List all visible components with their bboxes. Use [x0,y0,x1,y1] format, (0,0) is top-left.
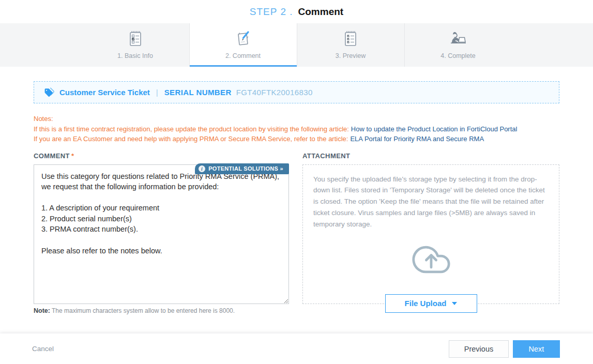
edit-page-pencil-icon [234,28,252,49]
required-asterisk: * [71,152,74,160]
comment-note-text: The maximum characters system allow to b… [52,307,235,314]
attachment-column: ATTACHMENT You specify the uploaded file… [302,152,559,314]
step-tab-complete[interactable]: 4. Complete [404,23,512,67]
comment-textarea[interactable]: Use this category for questions related … [34,164,289,304]
chevron-down-icon [452,302,457,305]
file-upload-label: File Upload [405,299,447,308]
step-label: 2. Comment [225,52,261,59]
ticket-banner: Customer Service Ticket | SERIAL NUMBER … [34,81,559,103]
attachment-dropzone[interactable]: You specify the uploaded file's storage … [302,164,559,304]
next-button[interactable]: Next [513,340,560,358]
serial-number-value: FGT40FTK20016830 [236,88,313,97]
page-title: STEP 2 . Comment [0,0,593,23]
notes-line-1-text: If this is a first time contract registr… [34,125,349,133]
comment-field-label: COMMENT* [34,152,289,160]
step-tab-preview[interactable]: 3. Preview [297,23,404,67]
step-label: 4. Complete [440,52,475,59]
banner-separator: | [155,88,160,97]
step-label: 3. Preview [336,52,366,59]
tags-icon [43,87,55,98]
step-label: 1. Basic Info [117,52,153,59]
potential-solutions-button[interactable]: i POTENTIAL SOLUTIONS » [195,163,289,174]
ticket-type-label: Customer Service Ticket [59,88,150,97]
step-tab-basic-info[interactable]: 1. Basic Info [82,23,189,67]
ela-portal-article-link[interactable]: ELA Portal for Priority RMA and Secure R… [350,135,484,143]
wizard-footer: Cancel Previous Next [0,333,593,364]
comment-note-label: Note: [34,307,50,314]
notes-heading: Notes: [34,114,559,124]
serial-number-label: SERIAL NUMBER [164,88,232,97]
main-content: Customer Service Ticket | SERIAL NUMBER … [0,81,593,314]
notes-line-1: If this is a first time contract registr… [34,124,559,134]
previous-button[interactable]: Previous [449,340,509,358]
step-tab-comment[interactable]: 2. Comment [189,23,297,67]
notes-line-2: If you are an EA Customer and need help … [34,134,559,144]
checked-list-notepad-icon [343,28,358,49]
potential-solutions-label: POTENTIAL SOLUTIONS » [208,165,283,172]
info-icon: i [199,165,205,172]
notes-section: Notes: If this is a first time contract … [34,114,559,144]
comment-note: Note:The maximum characters system allow… [34,307,289,314]
attachment-field-label: ATTACHMENT [302,152,559,160]
attachment-description: You specify the uploaded file's storage … [313,174,549,230]
checklist-notepad-icon [128,28,143,49]
person-at-laptop-icon [448,28,468,49]
step-number-label: STEP 2 . [250,6,293,18]
cancel-button[interactable]: Cancel [32,345,54,353]
product-location-article-link[interactable]: How to update the Product Location in Fo… [351,125,518,133]
step-name-label: Comment [298,6,344,18]
wizard-steps-bar: 1. Basic Info 2. Comment [0,23,593,67]
notes-line-2-text: If you are an EA Customer and need help … [34,135,348,143]
cloud-upload-icon [404,238,458,283]
file-upload-button[interactable]: File Upload [385,294,477,313]
comment-column: COMMENT* i POTENTIAL SOLUTIONS » Use thi… [34,152,289,314]
